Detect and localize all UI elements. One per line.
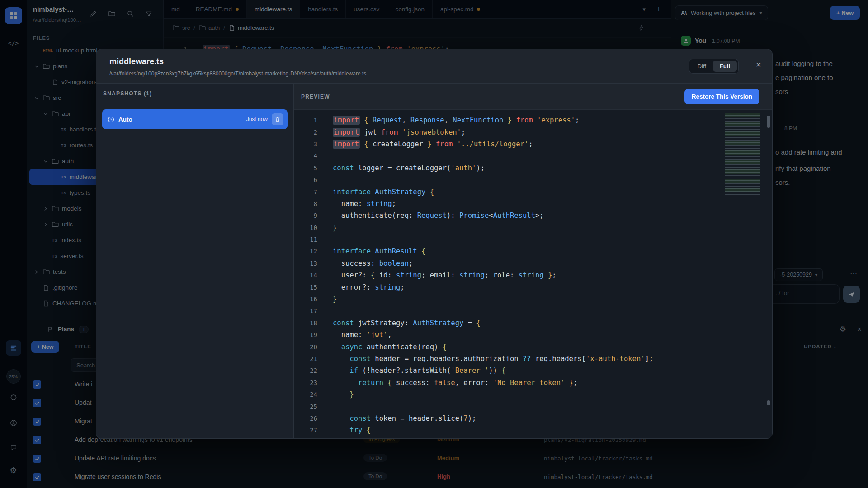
diff-button[interactable]: Diff <box>691 61 713 72</box>
snapshots-modal: middleware.ts /var/folders/nq/100p8zcn3x… <box>96 49 773 439</box>
delete-snapshot-button[interactable] <box>272 113 283 125</box>
code-line: 3import { createLogger } from '../utils/… <box>294 138 772 150</box>
scrollbar-thumb-2[interactable] <box>767 400 770 405</box>
line-number: 26 <box>294 415 317 422</box>
code-line: 21 const header = req.headers.authorizat… <box>294 353 772 365</box>
line-content: error?: string; <box>317 283 405 291</box>
line-content: const logger = createLogger('auth'); <box>317 164 485 172</box>
line-content: import jwt from 'jsonwebtoken'; <box>317 128 465 136</box>
line-content: interface AuthResult { <box>317 247 425 255</box>
line-content: import { createLogger } from '../utils/l… <box>317 140 533 148</box>
line-content: const jwtStrategy: AuthStrategy = { <box>317 319 481 327</box>
line-number: 6 <box>294 176 317 183</box>
code-line: 4 <box>294 150 772 162</box>
line-content: authenticate(req: Request): Promise<Auth… <box>317 211 544 220</box>
code-line: 14 user?: { id: string; email: string; r… <box>294 269 772 281</box>
line-content: } <box>317 224 337 232</box>
code-line: 9 authenticate(req: Request): Promise<Au… <box>294 210 772 221</box>
line-number: 24 <box>294 391 317 398</box>
code-line: 27 try { <box>294 424 772 436</box>
code-line: 5const logger = createLogger('auth'); <box>294 162 772 174</box>
code-line: 7interface AuthStrategy { <box>294 186 772 197</box>
code-line: 13 success: boolean; <box>294 258 772 269</box>
code-line: 8 name: string; <box>294 198 772 210</box>
snapshot-item-auto[interactable]: Auto Just now <box>102 109 288 129</box>
line-content: const token = header.slice(7); <box>317 414 476 422</box>
line-number: 25 <box>294 403 317 410</box>
preview-label: PREVIEW <box>301 94 330 100</box>
line-number: 1 <box>294 117 317 124</box>
line-number: 23 <box>294 379 317 386</box>
trash-icon <box>275 117 280 122</box>
code-line: 2import jwt from 'jsonwebtoken'; <box>294 126 772 138</box>
snapshot-time: Just now <box>246 116 268 122</box>
line-number: 11 <box>294 236 317 243</box>
line-number: 8 <box>294 200 317 207</box>
line-content: async authenticate(req) { <box>317 343 447 351</box>
line-number: 22 <box>294 367 317 374</box>
code-line: 6 <box>294 174 772 186</box>
code-line: 11 <box>294 234 772 245</box>
line-number: 19 <box>294 331 317 338</box>
code-line: 1import { Request, Response, NextFunctio… <box>294 114 772 126</box>
code-line: 20 async authenticate(req) { <box>294 341 772 352</box>
line-content: try { <box>317 426 371 434</box>
line-content: name: string; <box>317 200 396 208</box>
line-number: 18 <box>294 319 317 327</box>
line-number: 12 <box>294 248 317 255</box>
line-number: 15 <box>294 284 317 291</box>
line-number: 2 <box>294 129 317 136</box>
close-button[interactable]: × <box>756 59 761 70</box>
code-line: 25 <box>294 400 772 412</box>
code-line: 10} <box>294 222 772 234</box>
line-content: import { Request, Response, NextFunction… <box>317 116 579 124</box>
code-preview[interactable]: 1import { Request, Response, NextFunctio… <box>294 110 772 439</box>
line-number: 13 <box>294 260 317 267</box>
line-content: user?: { id: string; email: string; role… <box>317 271 557 279</box>
line-content: if (!header?.startsWith('Bearer ')) { <box>317 366 506 375</box>
line-content: return { success: false, error: 'No Bear… <box>317 379 577 387</box>
line-number: 7 <box>294 188 317 196</box>
line-content: success: boolean; <box>317 259 413 267</box>
code-line: 18const jwtStrategy: AuthStrategy = { <box>294 317 772 329</box>
line-content: } <box>317 295 337 303</box>
modal-file-path: /var/folders/nq/100p8zcn3xg7h7kgk65ksp88… <box>109 70 366 77</box>
line-content: } <box>317 390 354 399</box>
modal-title: middleware.ts <box>109 57 164 66</box>
line-number: 27 <box>294 427 317 434</box>
line-content: interface AuthStrategy { <box>317 188 434 196</box>
code-line: 17 <box>294 305 772 317</box>
scrollbar-thumb[interactable] <box>767 116 770 128</box>
snapshots-header: SNAPSHOTS (1) <box>96 84 293 103</box>
snapshots-sidebar: SNAPSHOTS (1) Auto Just now <box>96 84 294 439</box>
modal-body: SNAPSHOTS (1) Auto Just now PREVIEW Rest… <box>96 84 772 439</box>
line-number: 3 <box>294 141 317 148</box>
view-toggle: Diff Full <box>689 59 739 74</box>
code-line: 19 name: 'jwt', <box>294 329 772 341</box>
code-line: 26 const token = header.slice(7); <box>294 413 772 424</box>
line-number: 10 <box>294 224 317 231</box>
preview-pane: PREVIEW Restore This Version 1import { R… <box>294 84 772 439</box>
snapshot-name: Auto <box>118 116 242 123</box>
line-number: 9 <box>294 212 317 219</box>
modal-header: middleware.ts /var/folders/nq/100p8zcn3x… <box>96 49 772 84</box>
line-number: 17 <box>294 307 317 314</box>
line-number: 16 <box>294 296 317 303</box>
line-number: 20 <box>294 343 317 351</box>
line-number: 14 <box>294 272 317 279</box>
code-line: 12interface AuthResult { <box>294 245 772 257</box>
full-button[interactable]: Full <box>713 61 737 72</box>
code-line: 15 error?: string; <box>294 281 772 293</box>
preview-header: PREVIEW Restore This Version <box>294 84 772 110</box>
line-number: 21 <box>294 355 317 362</box>
code-line: 16} <box>294 293 772 305</box>
code-line: 24 } <box>294 389 772 400</box>
line-number: 4 <box>294 152 317 160</box>
line-content: const header = req.headers.authorization… <box>317 355 653 363</box>
minimap[interactable] <box>725 113 760 198</box>
code-line: 23 return { success: false, error: 'No B… <box>294 377 772 389</box>
clock-icon <box>108 116 114 123</box>
line-number: 5 <box>294 164 317 172</box>
restore-version-button[interactable]: Restore This Version <box>684 89 760 104</box>
line-content: name: 'jwt', <box>317 331 392 339</box>
